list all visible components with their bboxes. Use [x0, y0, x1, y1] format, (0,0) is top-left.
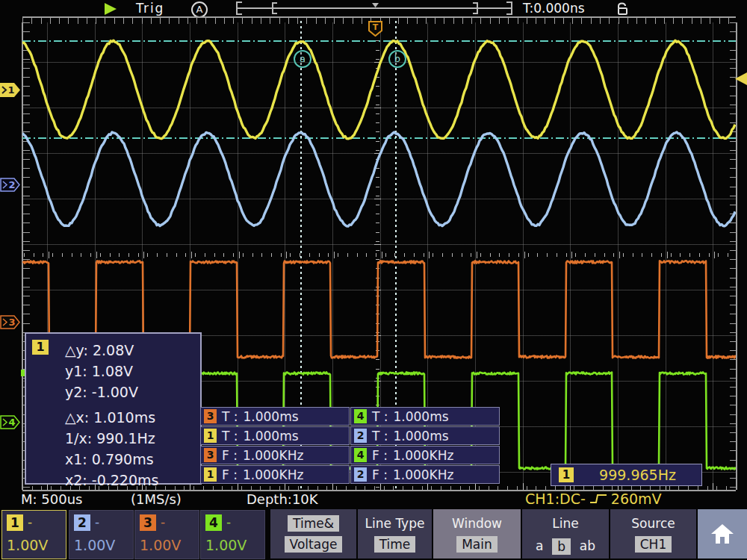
ch4-scale-box[interactable]: 4-1.00V [200, 510, 265, 559]
sample-rate-readout: (1MS/s) [131, 491, 182, 507]
ch3-position-marker[interactable]: 3 [0, 315, 21, 329]
auto-trigger-icon: A [191, 1, 208, 18]
svg-text:1: 1 [7, 84, 14, 96]
cursor-x2: x2: -0.220ms [65, 470, 158, 491]
frequency-counter-value: 999.965Hz [574, 467, 701, 483]
ch2-waveform [22, 132, 735, 226]
line-option-ab[interactable]: ab [580, 538, 595, 555]
ch2-scale-box[interactable]: 2-1.00V [69, 510, 134, 559]
home-icon [710, 523, 735, 545]
measurement-ch2-frequency: 2F :1.000KHz [350, 465, 500, 484]
measurement-ch3-frequency: 3F :1.000KHz [200, 446, 350, 464]
cursor-x1: x1: 0.790ms [65, 449, 158, 470]
trig-status-label: Trig [136, 1, 164, 16]
ch1-badge: 1 [32, 340, 49, 355]
menu-line-select[interactable]: Line a b ab [522, 509, 609, 559]
oscilloscope-screen: Trig A T:0.000ns T a b 1 2 [0, 0, 747, 560]
ch1-position-marker[interactable]: 1 [0, 83, 21, 97]
measurement-ch1-frequency: 1F :1.000KHz [200, 465, 350, 484]
line-option-b[interactable]: b [552, 538, 571, 555]
measurement-ch2-period: 2T :1.000ms [350, 426, 500, 445]
measurement-ch4-period: 4T :1.000ms [350, 407, 500, 426]
cursor-measurement-panel: 1 △y: 2.08V y1: 1.08V y2: -1.00V △x: 1.0… [25, 332, 202, 485]
unlock-icon[interactable] [616, 2, 629, 16]
menu-line-type[interactable]: Line Type Time [358, 509, 432, 559]
ch2-position-marker[interactable]: 2 [0, 178, 21, 192]
svg-text:3: 3 [8, 317, 15, 328]
cursor-a-handle[interactable]: a [294, 50, 311, 68]
svg-text:4: 4 [8, 417, 15, 428]
menu-time-voltage[interactable]: Time& Voltage [270, 509, 356, 559]
trigger-level-arrow[interactable] [735, 72, 747, 85]
rising-edge-icon [589, 492, 608, 505]
measurement-ch4-frequency: 4F :1.000KHz [350, 446, 500, 464]
cursor-b-handle[interactable]: b [388, 50, 406, 68]
svg-text:2: 2 [8, 179, 15, 190]
ch1-scale-box[interactable]: 1-1.00V [1, 510, 66, 559]
window-position-marker[interactable] [372, 3, 379, 7]
trigger-level-text: 260mV [611, 491, 662, 507]
ch1-badge: 1 [559, 467, 574, 482]
trigger-settings-readout: CH1:DC- 260mV [525, 491, 662, 507]
cursor-dy: △y: 2.08V [65, 340, 158, 361]
timebase-readout: M: 500us [21, 491, 82, 507]
trigger-time-readout: T:0.000ns [523, 1, 585, 16]
line-option-a[interactable]: a [536, 538, 543, 555]
ch4-position-marker[interactable]: 4 [0, 415, 21, 429]
measurement-ch1-period: 1T :1.000ms [200, 426, 350, 445]
menu-window[interactable]: Window Main [433, 509, 521, 559]
cursor-y2: y2: -1.00V [65, 382, 158, 402]
run-state-icon [105, 3, 117, 15]
trigger-source-text: CH1:DC- [525, 491, 586, 507]
ch3-scale-box[interactable]: 3-1.00V [134, 510, 199, 559]
ch1-waveform [22, 40, 735, 139]
record-depth-readout: Depth:10K [247, 491, 318, 507]
cursor-y1: y1: 1.08V [65, 361, 158, 382]
measurement-readouts: 3T :1.000ms 4T :1.000ms 1T :1.000ms 2T :… [200, 407, 501, 485]
cursor-inv-dx: 1/x: 990.1Hz [65, 428, 158, 449]
menu-source[interactable]: Source CH1 [610, 509, 696, 559]
horizontal-position-bar[interactable] [235, 1, 513, 15]
measurement-ch3-period: 3T :1.000ms [200, 407, 350, 426]
frequency-counter: 1 999.965Hz [551, 464, 702, 486]
cursor-dx: △x: 1.010ms [65, 407, 158, 428]
home-button[interactable] [698, 509, 747, 559]
